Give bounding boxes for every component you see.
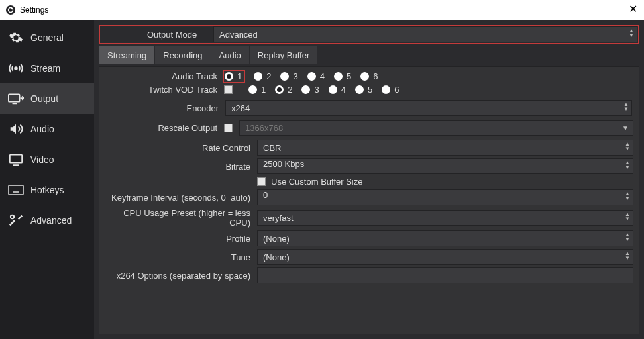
audio-track-label: Audio Track <box>105 72 224 81</box>
updown-icon: ▲▼ <box>629 28 634 38</box>
tune-row: Tune (None) ▲▼ <box>105 249 633 265</box>
sidebar-item-label: Stream <box>30 63 60 73</box>
bitrate-label: Bitrate <box>105 162 257 171</box>
obs-app-icon <box>5 5 16 15</box>
sidebar-item-general[interactable]: General <box>0 23 94 53</box>
vod-track-3[interactable]: 3 <box>301 85 319 95</box>
vod-track-5[interactable]: 5 <box>355 85 372 95</box>
sidebar-item-label: Advanced <box>30 215 72 226</box>
audio-track-5[interactable]: 5 <box>334 72 351 81</box>
output-mode-value: Advanced <box>219 30 258 40</box>
audio-track-4[interactable]: 4 <box>307 72 325 81</box>
sidebar-item-hotkeys[interactable]: Hotkeys <box>0 175 94 205</box>
sidebar-item-video[interactable]: Video <box>0 144 94 175</box>
keyframe-label: Keyframe Interval (seconds, 0=auto) <box>105 193 257 203</box>
tools-icon <box>8 213 24 228</box>
svg-rect-4 <box>9 95 20 102</box>
profile-row: Profile (None) ▲▼ <box>105 230 633 246</box>
encoder-select[interactable]: x264 ▲▼ <box>225 100 632 116</box>
encoder-label: Encoder <box>106 103 225 113</box>
keyframe-row: Keyframe Interval (seconds, 0=auto) 0 ▲▼ <box>105 189 633 205</box>
tab-audio[interactable]: Audio <box>211 46 250 64</box>
profile-value: (None) <box>263 234 290 244</box>
profile-select[interactable]: (None) ▲▼ <box>257 230 633 246</box>
rescale-row: Rescale Output 1366x768 ▼ <box>105 120 633 136</box>
rescale-value: 1366x768 <box>245 123 283 133</box>
rescale-checkbox[interactable] <box>224 124 233 132</box>
audio-track-row: Audio Track 1 2 3 4 5 6 <box>105 71 633 82</box>
tabs: Streaming Recording Audio Replay Buffer <box>99 46 639 64</box>
vod-track-6[interactable]: 6 <box>382 85 399 95</box>
vod-track-1[interactable]: 1 <box>248 85 266 95</box>
sidebar-item-audio[interactable]: Audio <box>0 114 94 144</box>
titlebar: Settings ✕ <box>0 0 644 20</box>
custom-buffer-row: Use Custom Buffer Size <box>105 177 633 187</box>
audio-track-3[interactable]: 3 <box>280 72 297 81</box>
tab-replay-buffer[interactable]: Replay Buffer <box>250 46 319 64</box>
radio-icon <box>355 85 364 94</box>
sidebar-item-label: Output <box>30 93 58 104</box>
x264-opts-row: x264 Options (separated by space) <box>105 267 633 283</box>
vod-track-group: 1 2 3 4 5 6 <box>224 85 633 95</box>
svg-point-2 <box>11 8 13 9</box>
radio-icon <box>307 72 316 81</box>
radio-icon <box>360 72 369 81</box>
sidebar-item-label: Video <box>30 154 54 165</box>
vod-enable-checkbox[interactable] <box>224 85 233 94</box>
vod-track-4[interactable]: 4 <box>329 85 346 95</box>
bitrate-row: Bitrate 2500 Kbps ▲▼ <box>105 158 633 174</box>
tune-value: (None) <box>263 252 290 262</box>
x264-opts-input[interactable] <box>257 267 633 283</box>
bitrate-input[interactable]: 2500 Kbps ▲▼ <box>257 158 633 174</box>
audio-track-1[interactable]: 1 <box>224 71 244 82</box>
radio-icon <box>225 72 233 81</box>
custom-buffer-checkbox-row[interactable]: Use Custom Buffer Size <box>257 177 362 187</box>
monitor-icon <box>8 152 24 168</box>
svg-point-3 <box>15 67 17 70</box>
audio-track-2[interactable]: 2 <box>254 72 271 81</box>
x264-opts-label: x264 Options (separated by space) <box>105 271 257 281</box>
vod-track-2[interactable]: 2 <box>275 85 292 95</box>
tab-recording[interactable]: Recording <box>155 46 211 64</box>
bitrate-value: 2500 Kbps <box>263 159 304 169</box>
rescale-select[interactable]: 1366x768 ▼ <box>239 120 633 136</box>
keyboard-icon <box>8 182 24 198</box>
updown-icon: ▲▼ <box>625 251 630 260</box>
cpu-preset-value: veryfast <box>263 213 294 223</box>
output-mode-select[interactable]: Advanced ▲▼ <box>213 26 637 42</box>
sidebar-item-advanced[interactable]: Advanced <box>0 205 94 236</box>
gear-icon <box>8 30 24 46</box>
streaming-panel: Audio Track 1 2 3 4 5 6 Twitch VOD Track… <box>99 66 639 334</box>
audio-track-6[interactable]: 6 <box>360 72 378 81</box>
tune-label: Tune <box>105 252 257 262</box>
custom-buffer-label: Use Custom Buffer Size <box>271 177 362 187</box>
updown-icon: ▲▼ <box>625 142 630 151</box>
radio-icon <box>275 85 284 94</box>
sidebar-item-output[interactable]: Output <box>0 83 94 114</box>
svg-point-0 <box>6 5 15 15</box>
output-mode-row: Output Mode Advanced ▲▼ <box>99 25 639 44</box>
window-title: Settings <box>20 5 48 15</box>
custom-buffer-checkbox[interactable] <box>257 177 266 186</box>
rate-control-value: CBR <box>263 143 281 153</box>
sidebar-item-stream[interactable]: Stream <box>0 53 94 83</box>
vod-track-label: Twitch VOD Track <box>105 85 224 95</box>
radio-icon <box>301 85 310 94</box>
output-icon <box>8 91 24 107</box>
close-icon[interactable]: ✕ <box>629 3 637 15</box>
tab-streaming[interactable]: Streaming <box>99 46 155 64</box>
keyframe-input[interactable]: 0 ▲▼ <box>257 189 633 205</box>
rate-control-label: Rate Control <box>105 143 257 153</box>
broadcast-icon <box>8 60 24 76</box>
keyframe-value: 0 <box>263 190 268 200</box>
updown-icon: ▲▼ <box>625 212 630 221</box>
output-mode-label: Output Mode <box>101 30 213 40</box>
cpu-preset-select[interactable]: veryfast ▲▼ <box>257 210 633 226</box>
rescale-label: Rescale Output <box>105 123 224 133</box>
radio-icon <box>329 85 337 94</box>
rate-control-select[interactable]: CBR ▲▼ <box>257 140 633 156</box>
tune-select[interactable]: (None) ▲▼ <box>257 249 633 265</box>
radio-icon <box>382 85 390 94</box>
radio-icon <box>280 72 289 81</box>
svg-point-7 <box>11 215 15 219</box>
